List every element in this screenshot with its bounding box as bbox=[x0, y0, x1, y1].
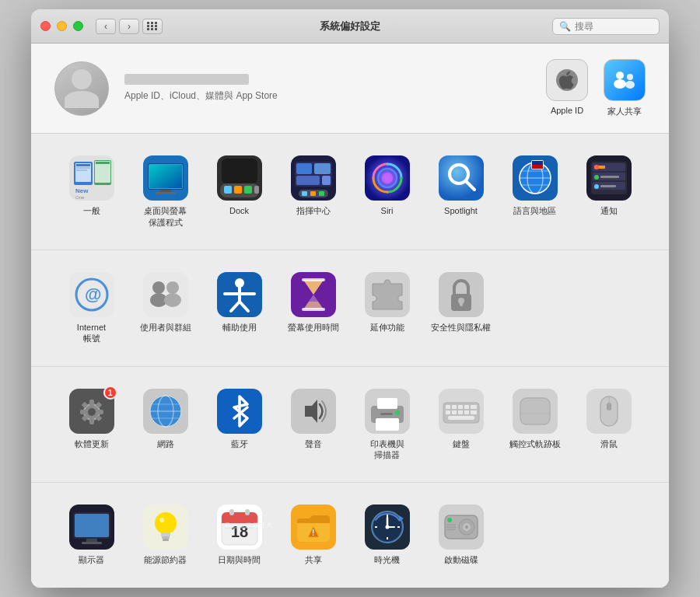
mission-control-label: 指揮中心 bbox=[296, 205, 331, 216]
pref-startupdisk[interactable]: 啟動磁碟 bbox=[424, 498, 498, 571]
family-sharing-icon bbox=[604, 59, 646, 101]
all-prefs-button[interactable] bbox=[142, 19, 163, 34]
nav-buttons: ‹ › bbox=[96, 19, 139, 34]
svg-rect-36 bbox=[310, 191, 316, 196]
pref-accessibility[interactable]: 輔助使用 bbox=[202, 266, 276, 351]
window-title: 系統偏好設定 bbox=[320, 19, 380, 33]
traffic-lights bbox=[40, 21, 83, 31]
desktop-icon bbox=[143, 155, 188, 201]
pref-mouse[interactable]: 滑鼠 bbox=[572, 382, 646, 467]
back-button[interactable]: ‹ bbox=[96, 19, 116, 34]
pref-notifications[interactable]: 通知 bbox=[572, 149, 646, 234]
family-sharing-button[interactable]: 家人共享 bbox=[604, 59, 646, 117]
printers-label: 印表機與掃描器 bbox=[370, 438, 404, 461]
svg-rect-125 bbox=[448, 416, 474, 420]
mouse-icon bbox=[586, 389, 632, 434]
svg-rect-92 bbox=[80, 410, 86, 414]
close-button[interactable] bbox=[40, 21, 51, 31]
apple-id-button[interactable]: Apple ID bbox=[546, 59, 588, 117]
section-3: 1 bbox=[31, 367, 669, 484]
users-label: 使用者與群組 bbox=[140, 322, 191, 333]
pref-network[interactable]: 網路 bbox=[128, 382, 202, 467]
pref-keyboard[interactable]: 鍵盤 bbox=[424, 382, 498, 467]
pref-sharing[interactable]: ! 共享 bbox=[276, 498, 350, 571]
pref-dock[interactable]: Dock bbox=[202, 149, 276, 234]
datetime-label: 日期與時間 bbox=[218, 554, 261, 565]
maximize-button[interactable] bbox=[73, 21, 83, 31]
pref-energy[interactable]: 能源節約器 bbox=[128, 498, 202, 571]
pref-mission-control[interactable]: 指揮中心 bbox=[276, 149, 350, 234]
internet-icon: @ bbox=[69, 272, 114, 317]
startupdisk-icon bbox=[439, 504, 484, 550]
titlebar: ‹ › 系統偏好設定 🔍 bbox=[31, 9, 669, 44]
svg-rect-27 bbox=[254, 186, 259, 194]
search-box[interactable]: 🔍 bbox=[552, 18, 660, 35]
minimize-button[interactable] bbox=[57, 21, 67, 31]
bluetooth-label: 藍牙 bbox=[231, 438, 248, 449]
network-icon bbox=[143, 389, 188, 434]
softwareupdate-icon: 1 bbox=[69, 389, 114, 434]
pref-trackpad[interactable]: 觸控式軌跡板 bbox=[498, 382, 572, 467]
extensions-icon bbox=[365, 272, 410, 317]
svg-rect-142 bbox=[163, 539, 169, 541]
svg-rect-25 bbox=[234, 186, 242, 194]
energy-label: 能源節約器 bbox=[144, 554, 187, 565]
pref-datetime[interactable]: 18 日 一 二 三 四 五 六 日期與時間 bbox=[202, 498, 276, 571]
notifications-label: 通知 bbox=[600, 205, 618, 216]
notifications-icon bbox=[586, 155, 632, 201]
svg-text:日 一 二 三 四 五 六: 日 一 二 三 四 五 六 bbox=[225, 522, 272, 528]
svg-rect-137 bbox=[82, 542, 102, 544]
svg-rect-64 bbox=[600, 185, 616, 187]
pref-sound[interactable]: 聲音 bbox=[276, 382, 350, 467]
svg-rect-124 bbox=[471, 410, 477, 414]
svg-rect-20 bbox=[156, 192, 176, 194]
avatar-body bbox=[65, 69, 99, 108]
pref-bluetooth[interactable]: 藍牙 bbox=[202, 382, 276, 467]
accessibility-icon bbox=[217, 272, 262, 317]
trackpad-icon bbox=[513, 389, 558, 434]
profile-section: Apple ID、iCloud、媒體與 App Store Apple ID bbox=[31, 44, 669, 134]
pref-users[interactable]: 使用者與群組 bbox=[128, 266, 202, 351]
pref-softwareupdate[interactable]: 1 bbox=[54, 382, 128, 467]
svg-point-165 bbox=[385, 525, 389, 529]
pref-general[interactable]: New One 一般 bbox=[54, 149, 128, 234]
pref-displays[interactable]: 顯示器 bbox=[54, 498, 128, 571]
svg-rect-52 bbox=[532, 161, 543, 165]
svg-rect-90 bbox=[89, 400, 94, 406]
startupdisk-label: 啟動磁碟 bbox=[444, 554, 478, 565]
forward-button[interactable]: › bbox=[119, 19, 139, 34]
profile-name-bar bbox=[124, 74, 249, 85]
section-4: 顯示器 bbox=[31, 483, 669, 587]
svg-rect-31 bbox=[314, 163, 331, 174]
pref-timemachine[interactable]: 時光機 bbox=[350, 498, 424, 571]
svg-text:!: ! bbox=[312, 529, 314, 537]
timemachine-icon bbox=[365, 504, 410, 550]
pref-security[interactable]: 安全性與隱私權 bbox=[424, 266, 498, 351]
accessibility-label: 輔助使用 bbox=[222, 322, 257, 333]
svg-rect-63 bbox=[594, 184, 599, 189]
svg-rect-81 bbox=[302, 308, 325, 311]
avatar[interactable] bbox=[54, 61, 109, 116]
svg-rect-122 bbox=[458, 410, 463, 414]
pref-spotlight[interactable]: Spotlight bbox=[424, 149, 498, 234]
general-icon: New One bbox=[69, 155, 114, 201]
datetime-icon: 18 日 一 二 三 四 五 六 bbox=[217, 504, 262, 550]
apple-id-label: Apple ID bbox=[551, 106, 583, 115]
svg-rect-127 bbox=[520, 398, 550, 424]
pref-screentime[interactable]: 螢幕使用時間 bbox=[276, 266, 350, 351]
pref-desktop[interactable]: 桌面與螢幕保護程式 bbox=[128, 149, 202, 234]
section-2: @ Internet帳號 bbox=[31, 250, 669, 367]
svg-rect-33 bbox=[322, 176, 331, 185]
pref-printers[interactable]: 印表機與掃描器 bbox=[350, 382, 424, 467]
pref-language[interactable]: 語言與地區 bbox=[498, 149, 572, 234]
svg-rect-120 bbox=[446, 410, 450, 414]
svg-rect-116 bbox=[452, 405, 457, 409]
search-input[interactable] bbox=[575, 21, 653, 32]
dock-label: Dock bbox=[229, 205, 249, 216]
svg-rect-117 bbox=[458, 405, 463, 409]
pref-siri[interactable]: Siri bbox=[350, 149, 424, 234]
pref-extensions[interactable]: 延伸功能 bbox=[350, 266, 424, 351]
pref-internet[interactable]: @ Internet帳號 bbox=[54, 266, 128, 351]
mission-control-icon bbox=[291, 155, 336, 201]
grid-icon bbox=[147, 22, 158, 30]
